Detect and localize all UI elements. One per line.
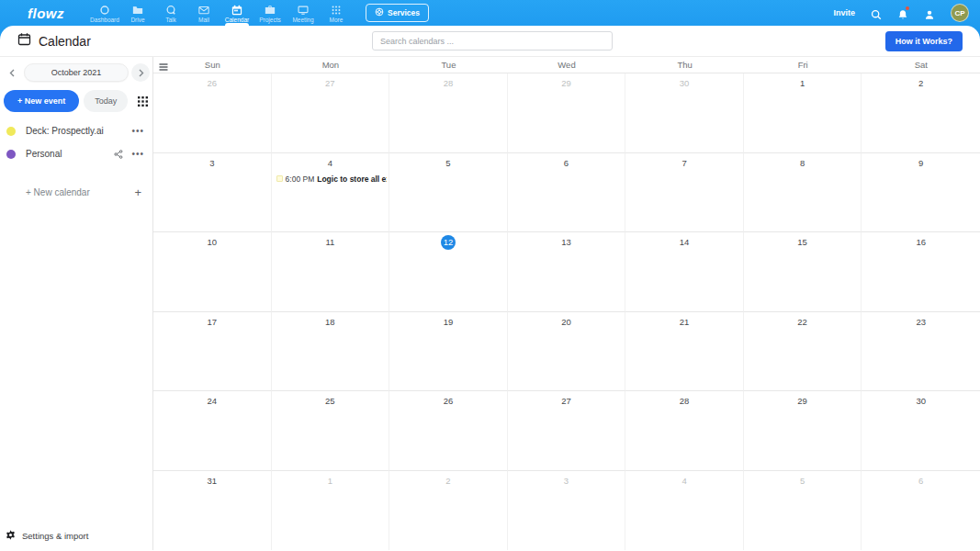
day-cell[interactable]: 14: [625, 232, 744, 312]
more-options-icon[interactable]: •••: [131, 129, 144, 133]
day-cell[interactable]: 30: [862, 391, 980, 471]
weekday-label: Mon: [272, 57, 390, 73]
day-cell[interactable]: 22: [744, 312, 862, 392]
day-cell[interactable]: 25: [272, 391, 390, 471]
day-cell[interactable]: 11: [272, 232, 390, 312]
weekday-label: Fri: [744, 57, 862, 73]
day-cell[interactable]: 26: [389, 391, 508, 471]
date-number: 3: [558, 474, 573, 489]
hamburger-menu-icon[interactable]: [158, 60, 169, 71]
calendar-color-dot: [6, 127, 16, 136]
how-it-works-button[interactable]: How it Works?: [885, 31, 963, 51]
date-number: 4: [677, 474, 692, 489]
search-icon[interactable]: [871, 7, 882, 18]
nav-item-calendar[interactable]: Calendar: [222, 0, 252, 26]
day-cell[interactable]: 28: [389, 73, 508, 153]
day-cell[interactable]: 5: [389, 153, 508, 233]
invite-button[interactable]: Invite: [829, 8, 855, 17]
day-cell[interactable]: 31: [153, 471, 272, 551]
date-number: 26: [441, 394, 456, 409]
day-cell[interactable]: 23: [862, 312, 980, 392]
day-cell[interactable]: 1: [744, 73, 862, 153]
date-number: 7: [677, 156, 692, 171]
day-cell[interactable]: 21: [625, 312, 744, 392]
avatar[interactable]: CP: [951, 4, 969, 22]
gear-icon: [6, 527, 16, 544]
day-cell[interactable]: 24: [153, 391, 272, 471]
nav-item-drive[interactable]: Drive: [123, 0, 152, 26]
flowz-logo[interactable]: flowz: [28, 6, 64, 21]
day-cell[interactable]: 7: [625, 153, 744, 233]
day-cell[interactable]: 1: [272, 471, 390, 551]
day-cell[interactable]: 18: [272, 312, 390, 392]
day-cell[interactable]: 20: [508, 312, 626, 392]
next-month-button[interactable]: [131, 63, 150, 82]
nav-item-mail[interactable]: Mail: [189, 0, 219, 26]
date-number: 3: [205, 156, 220, 171]
calendar-list-item[interactable]: Personal•••: [0, 142, 152, 165]
nav-item-more[interactable]: More: [321, 0, 351, 26]
more-options-icon[interactable]: •••: [131, 152, 144, 156]
day-cell[interactable]: 27: [508, 391, 626, 471]
day-cell[interactable]: 28: [625, 391, 744, 471]
day-cell[interactable]: 4: [625, 471, 744, 551]
mail-icon: [198, 4, 209, 16]
new-event-button[interactable]: + New event: [4, 90, 79, 112]
notifications-bell-icon[interactable]: [897, 7, 908, 18]
date-number: 18: [322, 315, 337, 330]
day-cell[interactable]: 2: [862, 73, 980, 153]
date-number: 14: [677, 235, 692, 250]
nav-item-label: Dashboard: [90, 17, 119, 23]
services-button[interactable]: Services: [366, 4, 429, 22]
date-number: 2: [441, 474, 456, 489]
day-cell[interactable]: 3: [153, 153, 272, 233]
day-cell[interactable]: 29: [744, 391, 862, 471]
nav-item-meeting[interactable]: Meeting: [288, 0, 318, 26]
date-number: 23: [914, 315, 929, 330]
calendar-list-item[interactable]: Deck: Prospectly.ai•••: [0, 119, 152, 142]
day-cell[interactable]: 2: [389, 471, 508, 551]
nav-item-label: Projects: [259, 17, 280, 23]
day-cell[interactable]: 19: [389, 312, 508, 392]
nav-item-projects[interactable]: Projects: [255, 0, 285, 26]
event-title: Logic to store all extra...: [317, 174, 387, 184]
page-header: Calendar How it Works?: [0, 26, 980, 57]
day-cell[interactable]: 6: [862, 471, 980, 551]
day-cell[interactable]: 26: [153, 73, 272, 153]
today-button[interactable]: Today: [84, 90, 128, 112]
settings-import-button[interactable]: Settings & import: [6, 527, 88, 544]
date-number: 8: [795, 156, 810, 171]
day-cell[interactable]: 27: [272, 73, 390, 153]
day-cell-today[interactable]: 12: [389, 232, 508, 312]
day-cell[interactable]: 10: [153, 232, 272, 312]
search-calendars-input[interactable]: [372, 31, 613, 51]
day-cell[interactable]: 8: [744, 153, 862, 233]
day-cell[interactable]: 13: [508, 232, 626, 312]
month-navigation: October 2021: [0, 57, 152, 87]
day-cell[interactable]: 6: [508, 153, 626, 233]
date-number: 20: [558, 315, 573, 330]
weekday-label: Sun: [153, 57, 272, 73]
day-cell[interactable]: 16: [862, 232, 980, 312]
weekday-label: Thu: [625, 57, 744, 73]
day-cell[interactable]: 29: [508, 73, 626, 153]
share-icon[interactable]: [114, 150, 123, 159]
prev-month-button[interactable]: [3, 63, 21, 82]
user-icon[interactable]: [924, 7, 935, 18]
day-cell[interactable]: 30: [625, 73, 744, 153]
day-cell[interactable]: 3: [508, 471, 626, 551]
day-cell[interactable]: 15: [744, 232, 862, 312]
day-cell[interactable]: 5: [744, 471, 862, 551]
day-cell[interactable]: 9: [862, 153, 980, 233]
plus-icon[interactable]: +: [134, 186, 141, 199]
nav-item-dashboard[interactable]: Dashboard: [90, 0, 119, 26]
nav-item-talk[interactable]: Talk: [156, 0, 186, 26]
new-calendar-row[interactable]: + New calendar +: [0, 186, 152, 199]
date-number: 1: [322, 474, 337, 489]
day-cell[interactable]: 17: [153, 312, 272, 392]
grid-view-icon[interactable]: [138, 96, 148, 107]
date-number: 12: [441, 235, 456, 250]
day-cell[interactable]: 46:00 PMLogic to store all extra...: [272, 153, 390, 233]
month-label[interactable]: October 2021: [24, 63, 129, 82]
event-chip[interactable]: 6:00 PMLogic to store all extra...: [276, 174, 388, 184]
